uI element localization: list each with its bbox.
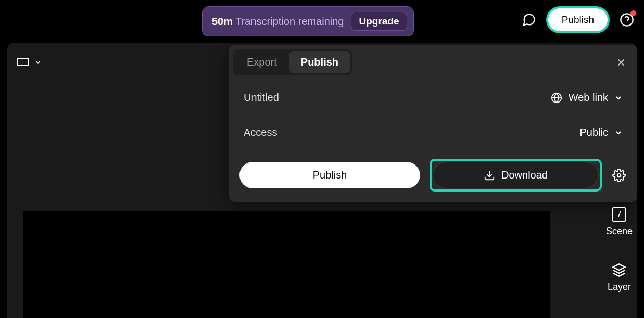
chevron-down-icon — [614, 129, 623, 137]
publish-modal: Export Publish Untitled Web link Access … — [229, 45, 637, 202]
publish-button-header[interactable]: Publish — [548, 8, 608, 31]
transcription-text: 50m Transcription remaining — [212, 16, 344, 28]
aspect-ratio-selector[interactable] — [17, 58, 42, 66]
scene-icon: / — [612, 207, 626, 222]
project-title: Untitled — [244, 92, 279, 104]
canvas[interactable] — [23, 211, 550, 318]
right-sidebar: / Scene Layer — [606, 207, 633, 292]
transcription-banner: 50m Transcription remaining Upgrade — [202, 6, 414, 36]
notification-dot-icon — [630, 10, 636, 16]
tab-export[interactable]: Export — [235, 51, 288, 73]
upgrade-button[interactable]: Upgrade — [351, 12, 407, 31]
help-icon[interactable] — [619, 12, 635, 28]
chevron-down-icon — [34, 59, 42, 66]
close-icon — [615, 57, 627, 68]
settings-button[interactable] — [611, 168, 627, 183]
top-bar: 50m Transcription remaining Upgrade Publ… — [0, 0, 644, 39]
publish-button[interactable]: Publish — [239, 162, 420, 188]
svg-point-7 — [617, 173, 621, 177]
globe-icon — [551, 92, 562, 104]
link-type-selector[interactable]: Web link — [551, 92, 623, 104]
chat-icon[interactable] — [521, 12, 537, 28]
access-row: Access Public — [229, 115, 637, 150]
tab-group: Export Publish — [233, 49, 352, 75]
download-icon — [484, 170, 495, 181]
access-selector[interactable]: Public — [580, 126, 623, 138]
close-button[interactable] — [614, 56, 628, 69]
layer-tab[interactable]: Layer — [608, 263, 631, 292]
chevron-down-icon — [614, 94, 623, 102]
tab-publish[interactable]: Publish — [289, 51, 350, 73]
gear-icon — [612, 169, 626, 182]
title-row: Untitled Web link — [229, 80, 637, 115]
access-label: Access — [244, 126, 277, 138]
aspect-rect-icon — [17, 58, 29, 66]
svg-marker-8 — [613, 264, 625, 270]
download-button[interactable]: Download — [433, 162, 599, 188]
layers-icon — [612, 263, 626, 277]
scene-tab[interactable]: / Scene — [606, 207, 633, 237]
